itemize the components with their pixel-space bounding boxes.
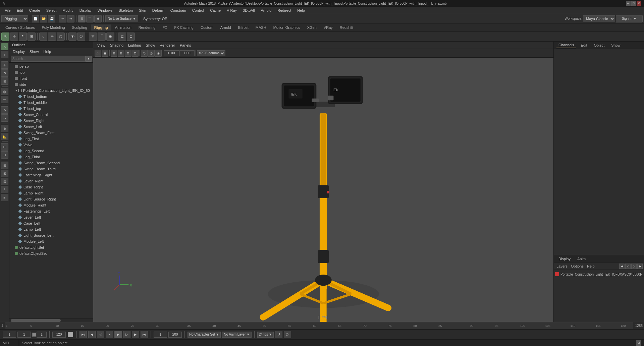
outliner-item-light-source-left[interactable]: Light_Source_Left — [9, 232, 93, 238]
menu-item-windows[interactable]: Windows — [95, 8, 115, 13]
group-btn[interactable]: ⊏ — [118, 33, 126, 41]
outliner-item-main-group[interactable]: ▼ Portable_Construction_Light_IEK_IO_50 — [9, 88, 93, 94]
soft-mod-btn[interactable]: ◎ — [1, 88, 8, 95]
module-item-fx[interactable]: FX — [159, 24, 170, 31]
vp-layout1-btn[interactable]: ⊞ — [111, 50, 117, 57]
layout4-btn[interactable]: ⋮ — [1, 186, 8, 193]
menu-item-v-ray[interactable]: V-Ray — [224, 8, 239, 13]
show-hide-btn[interactable]: 👁 — [68, 33, 76, 41]
lasso-tool-btn[interactable]: ○ — [39, 33, 47, 41]
snap-curve-btn[interactable]: ⌒ — [86, 15, 94, 22]
snap-edge-btn[interactable]: ⌒ — [98, 33, 106, 41]
no-anim-btn[interactable]: No Anim Layer ▼ — [222, 332, 252, 338]
menu-item-cache[interactable]: Cache — [207, 8, 223, 13]
outliner-item-lamp-left[interactable]: Lamp_Left — [9, 226, 93, 232]
maximize-button[interactable]: □ — [631, 1, 636, 6]
snap-point2-btn[interactable]: ◉ — [106, 33, 114, 41]
outliner-item-leg-first[interactable]: Leg_First — [9, 136, 93, 142]
outliner-hscrollbar[interactable] — [9, 319, 93, 322]
vp-xray-btn[interactable]: ◉ — [155, 50, 162, 57]
sign-in-btn[interactable]: Sign In ▼ — [616, 15, 643, 22]
outliner-display-menu[interactable]: Display — [11, 49, 27, 54]
minimize-button[interactable]: ─ — [626, 1, 631, 6]
rotate-tool-btn[interactable]: ↻ — [19, 33, 27, 41]
outliner-item-fastenings-left[interactable]: Fastenings_Left — [9, 208, 93, 214]
outliner-item-screw-right[interactable]: Screw_Right — [9, 118, 93, 124]
module-item-curves-/-surfaces[interactable]: Curves / Surfaces — [2, 24, 38, 31]
menu-item-constrain[interactable]: Constrain — [168, 8, 189, 13]
ep-curve-btn[interactable]: ∾ — [1, 114, 8, 122]
ik-btn[interactable]: ⊢ — [1, 143, 8, 151]
timeline[interactable]: 1 1 5 10 15 20 25 30 35 40 45 50 55 60 6… — [0, 322, 644, 329]
module-item-sculpting[interactable]: Sculpting — [69, 24, 91, 31]
show-manip-btn[interactable]: ⊕ — [1, 125, 8, 132]
rp-ctrl-prev[interactable]: ◀ — [619, 264, 625, 269]
rp-ctrl-next[interactable]: ▶ — [637, 264, 643, 269]
layout5-btn[interactable]: ≡ — [1, 194, 8, 201]
grid-layout-btn[interactable]: ⊟ — [1, 162, 8, 169]
timeline-ruler[interactable]: 1 5 10 15 20 25 30 35 40 45 50 55 60 65 … — [5, 322, 633, 329]
isolate-btn[interactable]: ⬡ — [77, 33, 85, 41]
edit-tab[interactable]: Edit — [579, 43, 589, 48]
select-mode-btn[interactable]: ↖ — [1, 43, 8, 50]
paint-tool-btn[interactable]: ✏ — [48, 33, 56, 41]
skin-btn[interactable]: ⊣ — [1, 151, 8, 159]
module-item-bifrost[interactable]: Bifrost — [235, 24, 252, 31]
keying-btn[interactable]: ⬡ — [284, 331, 291, 338]
module-item-fx-caching[interactable]: FX Caching — [171, 24, 197, 31]
outliner-search-input[interactable] — [11, 56, 86, 62]
outliner-item-valve[interactable]: Valve — [9, 142, 93, 148]
open-file-btn[interactable]: 📂 — [40, 15, 47, 22]
play-back-btn[interactable]: ◂ — [106, 331, 113, 338]
menu-item-skeleton[interactable]: Skeleton — [116, 8, 136, 13]
outliner-item-front[interactable]: front — [9, 75, 93, 81]
fps-btn[interactable]: 24 fps ▼ — [257, 332, 274, 338]
vp-val1-input[interactable] — [164, 50, 179, 56]
sculpt-btn[interactable]: ✏ — [1, 96, 8, 103]
module-item-animation[interactable]: Animation — [112, 24, 135, 31]
vp-layout4-btn[interactable]: ⊡ — [132, 50, 139, 57]
rigging-selector[interactable]: Rigging — [1, 15, 28, 22]
lasso-mode-btn[interactable]: ○ — [1, 51, 8, 58]
outliner-item-tripod-top[interactable]: Tripod_top — [9, 106, 93, 112]
rp-ctrl-fwd[interactable]: ▷ — [631, 264, 637, 269]
move-tool-btn[interactable]: ✛ — [10, 33, 18, 41]
save-file-btn[interactable]: 💾 — [48, 15, 55, 22]
menu-item-edit[interactable]: Edit — [14, 8, 26, 13]
new-file-btn[interactable]: 📄 — [32, 15, 39, 22]
menu-item-file[interactable]: File — [2, 8, 13, 13]
outliner-item-persp[interactable]: persp — [9, 63, 93, 69]
scale-tool-btn[interactable]: ⊞ — [28, 33, 36, 41]
module-item-redshift[interactable]: Redshift — [336, 24, 357, 31]
module-item-poly-modeling[interactable]: Poly Modeling — [38, 24, 68, 31]
outliner-show-menu[interactable]: Show — [28, 49, 41, 54]
outliner-item-tripod-bottom[interactable]: Tripod_bottom — [9, 94, 93, 100]
current-frame-display[interactable] — [17, 332, 31, 338]
rp-ctrl-back[interactable]: ◁ — [625, 264, 631, 269]
outliner-item-top[interactable]: top — [9, 69, 93, 75]
module-item-custom[interactable]: Custom — [197, 24, 217, 31]
soft-sel-btn[interactable]: ◎ — [57, 33, 65, 41]
outliner-item-lamp-right[interactable]: Lamp_Right — [9, 190, 93, 196]
menu-item-arnold[interactable]: Arnold — [258, 8, 274, 13]
outliner-item-screw-central[interactable]: Screw_Central — [9, 112, 93, 118]
parent-btn[interactable]: ⊐ — [127, 33, 135, 41]
go-to-end-btn[interactable]: ⏭ — [141, 331, 148, 338]
viewport-canvas[interactable]: IEK IEK X Y persp — [93, 58, 553, 322]
module-item-vray[interactable]: VRay — [320, 24, 336, 31]
snap-surface-btn[interactable]: ▽ — [89, 33, 97, 41]
module-item-motion-graphics[interactable]: Motion Graphics — [270, 24, 304, 31]
no-character-btn[interactable]: No Character Set ▼ — [187, 332, 221, 338]
frame-num-input[interactable] — [37, 332, 47, 338]
range-end2-input[interactable] — [168, 332, 182, 338]
vp-gate-btn[interactable]: ⬡ — [141, 50, 148, 57]
go-to-start-btn[interactable]: ⏮ — [79, 331, 87, 338]
vp-layout2-btn[interactable]: ⊟ — [118, 50, 124, 57]
channels-tab[interactable]: Channels — [556, 42, 576, 48]
outliner-item-case-right[interactable]: Case_Right — [9, 184, 93, 190]
range-start2-input[interactable] — [154, 332, 167, 338]
outliner-item-swing-beam-third[interactable]: Swing_Beam_Third — [9, 166, 93, 172]
display-tab[interactable]: Display — [556, 256, 573, 262]
module-item-arnold[interactable]: Arnold — [217, 24, 234, 31]
menu-item-help[interactable]: Help — [294, 8, 308, 13]
